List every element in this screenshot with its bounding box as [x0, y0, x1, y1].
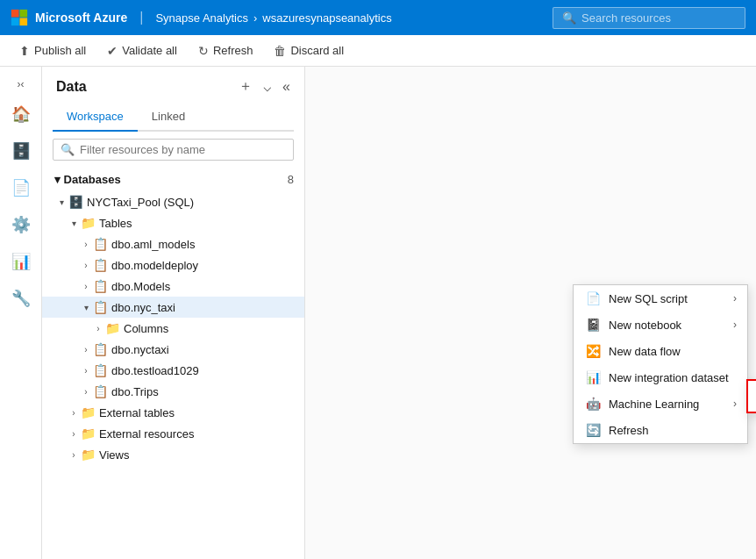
dbo-trips-label: dbo.Trips [111, 385, 159, 398]
tables-folder[interactable]: ▾ 📁 Tables [42, 212, 304, 233]
chevron-right-icon: › [79, 282, 93, 291]
dbo-modeldeploy-item[interactable]: › 📋 dbo.modeldeploy [42, 254, 304, 276]
nav-develop[interactable]: 📄 [4, 170, 39, 205]
filter-input[interactable] [80, 143, 286, 156]
columns-label: Columns [124, 322, 168, 335]
table-icon: 📋 [93, 384, 108, 398]
ctx-new-sql-script[interactable]: 📄 New SQL script › [574, 285, 747, 312]
toolbar: ⬆ Publish all ✔ Validate all ↻ Refresh 🗑… [0, 35, 756, 67]
chevron-right-icon: › [67, 429, 81, 439]
svg-rect-0 [11, 10, 19, 18]
ctx-new-notebook-label: New notebook [609, 319, 726, 332]
workspace-name: wsazuresynapseanalytics [262, 11, 391, 25]
publish-button[interactable]: ⬆ Publish all [11, 40, 95, 61]
microsoft-icon [11, 9, 28, 26]
chevron-down-icon: ▾ [54, 197, 68, 207]
app-logo: Microsoft Azure [11, 9, 127, 26]
logo-text: Microsoft Azure [35, 11, 127, 25]
global-search[interactable]: 🔍 [553, 7, 745, 29]
tab-linked[interactable]: Linked [138, 103, 199, 132]
refresh-button[interactable]: ↻ Refresh [189, 40, 262, 61]
chevron-right-icon: › [79, 345, 93, 355]
dbo-modeldeploy-label: dbo.modeldeploy [111, 259, 198, 272]
publish-label: Publish all [34, 44, 86, 57]
svg-rect-3 [19, 18, 27, 25]
nyctaxi-pool-item[interactable]: ▾ 🗄️ NYCTaxi_Pool (SQL) [42, 191, 304, 212]
ctx-new-data-flow[interactable]: 🔀 New data flow [574, 338, 747, 364]
tab-bar: Workspace Linked [53, 103, 294, 132]
external-tables-folder[interactable]: › 📁 External tables [42, 402, 304, 423]
external-resources-folder[interactable]: › 📁 External resources [42, 423, 304, 444]
dbo-nyctaxi-item[interactable]: › 📋 dbo.nyctaxi [42, 339, 304, 360]
nav-monitor[interactable]: 📊 [4, 244, 39, 279]
tables-label: Tables [99, 217, 132, 230]
sep1: | [139, 10, 143, 25]
validate-button[interactable]: ✔ Validate all [98, 40, 186, 61]
nav-expand[interactable]: ›‹ [4, 74, 39, 95]
folder-icon: 📁 [81, 216, 96, 230]
search-input[interactable] [581, 11, 736, 25]
chevron-right-icon: › [67, 450, 81, 460]
folder-icon: 📁 [81, 448, 96, 462]
dbo-nyc-taxi-item[interactable]: ▾ 📋 dbo.nyc_taxi [42, 297, 304, 318]
search-icon: 🔍 [61, 143, 75, 156]
dbo-aml-models-label: dbo.aml_models [111, 238, 195, 251]
nav-data[interactable]: 🗄️ [4, 133, 39, 168]
table-icon: 📋 [93, 279, 108, 293]
ctx-new-integration-dataset[interactable]: 📊 New integration dataset [574, 364, 747, 391]
upload-icon: ⬆ [19, 44, 30, 58]
external-resources-label: External resources [99, 427, 194, 441]
dbo-aml-models-item[interactable]: › 📋 dbo.aml_models [42, 233, 304, 254]
filter-button[interactable]: ⌵ [260, 76, 275, 97]
add-button[interactable]: ＋ [235, 75, 256, 97]
folder-icon: 📁 [81, 405, 96, 419]
ctx-new-notebook[interactable]: 📓 New notebook › [574, 312, 747, 338]
table-icon: 📋 [93, 258, 108, 272]
nyctaxi-pool-label: NYCTaxi_Pool (SQL) [87, 196, 194, 209]
chevron-right-icon: › [733, 319, 737, 331]
collapse-button[interactable]: « [279, 77, 294, 97]
nav-home[interactable]: 🏠 [4, 97, 39, 132]
chevron-right-icon: › [67, 408, 81, 418]
content-area: 📄 New SQL script › 📓 New notebook › 🔀 Ne… [305, 67, 756, 559]
dbo-testload-label: dbo.testload1029 [111, 364, 199, 377]
ctx-refresh[interactable]: 🔄 Refresh [574, 417, 747, 443]
dbo-trips-item[interactable]: › 📋 dbo.Trips [42, 381, 304, 402]
sidebar-actions: ＋ ⌵ « [235, 75, 294, 97]
views-folder[interactable]: › 📁 Views [42, 444, 304, 465]
folder-icon: 📁 [81, 426, 96, 441]
refresh-icon: 🔄 [584, 423, 602, 437]
ml-icon: 🤖 [584, 397, 602, 411]
sidebar-title: Data [56, 79, 87, 95]
nav-integrate[interactable]: ⚙️ [4, 207, 39, 242]
chevron-right-icon: › [79, 240, 93, 249]
columns-folder[interactable]: › 📁 Columns [42, 318, 304, 339]
chevron-down-icon: ▾ [79, 303, 93, 312]
product-name: Synapse Analytics [155, 11, 248, 25]
notebook-icon: 📓 [584, 318, 602, 332]
databases-section[interactable]: ▾ Databases 8 [42, 168, 304, 191]
resource-tree: ▾ Databases 8 ▾ 🗄️ NYCTaxi_Pool (SQL) ▾ … [42, 168, 304, 559]
breadcrumb: Synapse Analytics › wsazuresynapseanalyt… [155, 11, 391, 25]
tab-workspace[interactable]: Workspace [53, 103, 138, 132]
dbo-models-item[interactable]: › 📋 dbo.Models [42, 276, 304, 297]
chevron-down-icon: ▾ [67, 219, 81, 228]
svg-rect-2 [11, 18, 19, 25]
dbo-testload-item[interactable]: › 📋 dbo.testload1029 [42, 360, 304, 381]
section-label: ▾ Databases [54, 173, 121, 186]
discard-button[interactable]: 🗑 Discard all [265, 40, 353, 61]
breadcrumb-arrow: › [253, 11, 257, 25]
ctx-refresh-label: Refresh [609, 424, 737, 437]
ctx-new-data-flow-label: New data flow [609, 345, 737, 358]
discard-label: Discard all [290, 44, 344, 57]
folder-icon: 📁 [105, 321, 120, 335]
left-nav: ›‹ 🏠 🗄️ 📄 ⚙️ 📊 🔧 [0, 67, 42, 559]
ctx-ml-label: Machine Learning [609, 398, 726, 411]
nav-manage[interactable]: 🔧 [4, 281, 39, 316]
ctx-machine-learning[interactable]: 🤖 Machine Learning › [574, 391, 747, 417]
views-label: Views [99, 448, 129, 462]
dataset-icon: 📊 [584, 370, 602, 384]
chevron-right-icon: › [79, 261, 93, 270]
table-icon: 📋 [93, 300, 108, 314]
sidebar: Data ＋ ⌵ « Workspace Linked 🔍 ▾ Database… [42, 67, 305, 559]
